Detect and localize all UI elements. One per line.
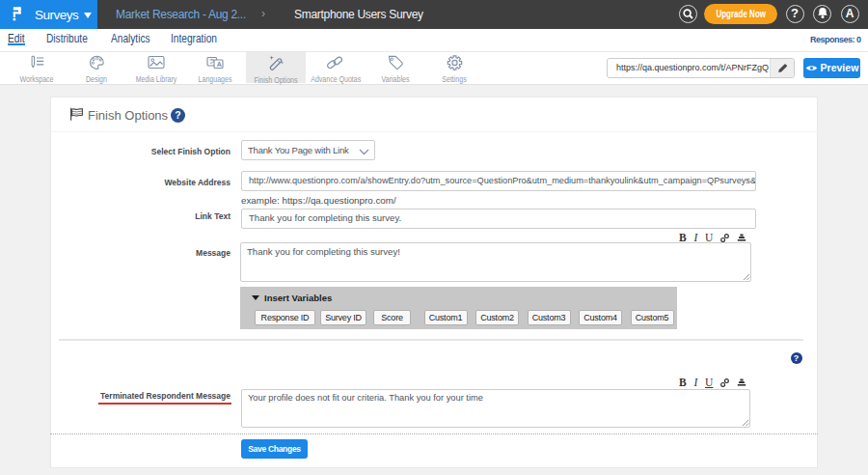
svg-text:A: A [217,61,222,68]
